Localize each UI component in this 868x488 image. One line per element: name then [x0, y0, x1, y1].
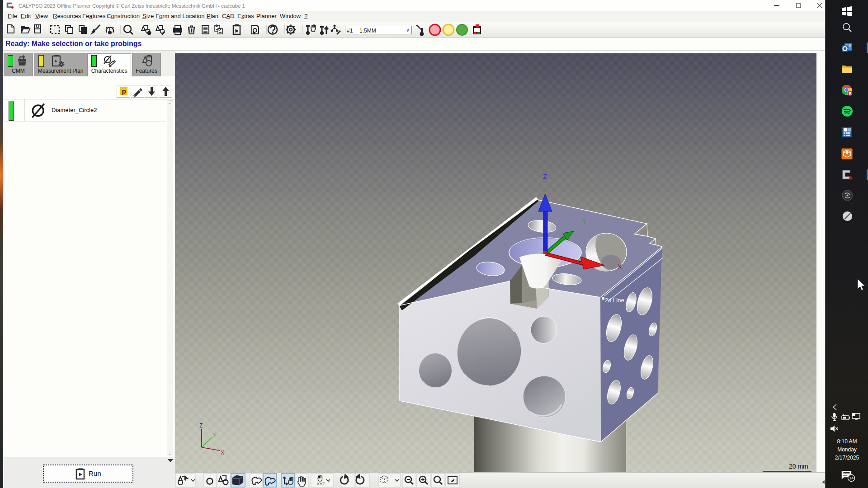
svg-text:2d Line: 2d Line	[605, 297, 624, 304]
svg-text:Y: Y	[213, 432, 217, 439]
svg-text:Y: Y	[582, 218, 587, 225]
svg-text:14: 14	[849, 476, 854, 481]
svg-text:R: R	[849, 91, 851, 96]
svg-text:Z: Z	[543, 173, 547, 180]
svg-text:Z: Z	[199, 422, 203, 429]
svg-text:X: X	[618, 263, 622, 270]
svg-text:XYZ: XYZ	[317, 482, 325, 486]
svg-text:20 mm: 20 mm	[789, 463, 808, 470]
svg-text:X: X	[221, 450, 224, 456]
